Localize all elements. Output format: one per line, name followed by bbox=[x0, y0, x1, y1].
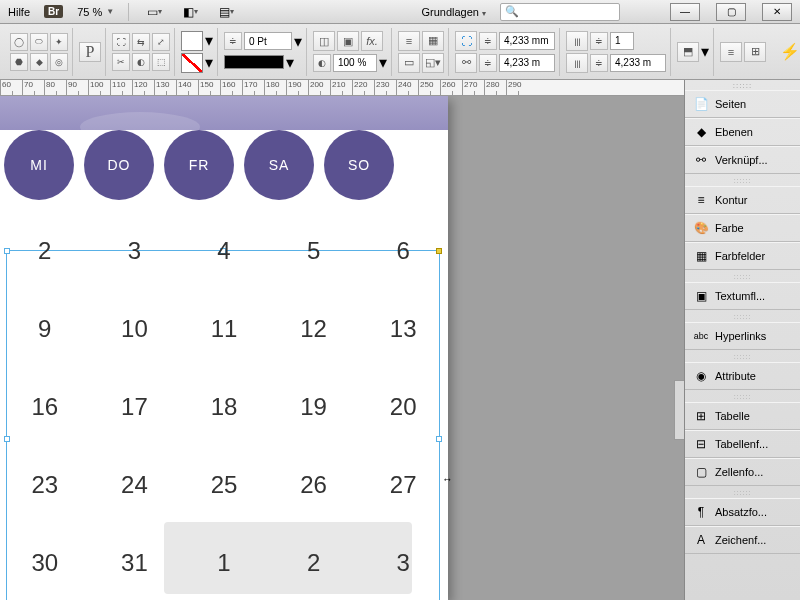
columns-icon[interactable]: ⫼ bbox=[566, 31, 588, 51]
screen-mode-button[interactable]: ▭▾ bbox=[143, 3, 165, 21]
panel-ebenen[interactable]: ◆Ebenen bbox=[685, 118, 800, 146]
tool-icon[interactable]: ⬚ bbox=[152, 53, 170, 71]
panel-attribute[interactable]: ◉Attribute bbox=[685, 362, 800, 390]
tool-icon[interactable]: ⇆ bbox=[132, 33, 150, 51]
opacity-field[interactable]: 100 % bbox=[333, 54, 377, 72]
panel-zellenformate[interactable]: ▢Zellenfo... bbox=[685, 458, 800, 486]
opacity-icon[interactable]: ◐ bbox=[313, 54, 331, 72]
frame-fitting-icon[interactable]: ⛶ bbox=[455, 31, 477, 51]
stroke-icon: ≡ bbox=[693, 192, 709, 208]
stroke-style-swatch[interactable] bbox=[224, 55, 284, 69]
tool-icon[interactable]: ⬭ bbox=[30, 33, 48, 51]
ruler-tick: 80 bbox=[44, 80, 66, 95]
quick-apply-icon[interactable]: ⚡ bbox=[774, 42, 800, 61]
panel-label: Seiten bbox=[715, 98, 746, 110]
links-icon: ⚯ bbox=[693, 152, 709, 168]
text-frame-options-icon[interactable]: ⊞ bbox=[744, 42, 766, 62]
text-wrap-icon[interactable]: ▭ bbox=[398, 53, 420, 73]
panel-label: Ebenen bbox=[715, 126, 753, 138]
panel-label: Textumfl... bbox=[715, 290, 765, 302]
workspace-switcher[interactable]: Grundlagen ▾ bbox=[421, 6, 486, 18]
panel-label: Farbfelder bbox=[715, 250, 765, 262]
dock-grip[interactable]: :::::: bbox=[685, 80, 800, 90]
ruler-tick: 290 bbox=[506, 80, 528, 95]
swatches-icon: ▦ bbox=[693, 248, 709, 264]
view-options-button[interactable]: ▤▾ bbox=[215, 3, 237, 21]
zoom-dropdown[interactable]: 75 % ▼ bbox=[77, 6, 114, 18]
height-field[interactable]: 4,233 m bbox=[499, 54, 555, 72]
panel-hyperlinks[interactable]: abcHyperlinks bbox=[685, 322, 800, 350]
horizontal-ruler[interactable]: 6070809010011012013014015016017018019020… bbox=[0, 80, 800, 96]
search-input[interactable]: 🔍 bbox=[500, 3, 620, 21]
calendar-cell: 3 bbox=[90, 212, 180, 290]
stroke-weight-stepper[interactable]: ≑ bbox=[224, 32, 242, 50]
columns-stepper[interactable]: ≑ bbox=[590, 32, 608, 50]
calendar-cell: 17 bbox=[90, 368, 180, 446]
table-styles-icon: ⊟ bbox=[693, 436, 709, 452]
corner-options-icon[interactable]: ◱▾ bbox=[422, 53, 444, 73]
tool-icon[interactable]: ◆ bbox=[30, 53, 48, 71]
text-wrap-icon[interactable]: ▦ bbox=[422, 31, 444, 51]
columns-field[interactable]: 1 bbox=[610, 32, 634, 50]
stroke-swatch[interactable] bbox=[181, 53, 203, 73]
tool-icon[interactable]: ⬣ bbox=[10, 53, 28, 71]
maximize-button[interactable]: ▢ bbox=[716, 3, 746, 21]
drop-shadow-icon[interactable]: ▣ bbox=[337, 31, 359, 51]
text-wrap-icon: ▣ bbox=[693, 288, 709, 304]
minimize-button[interactable]: — bbox=[670, 3, 700, 21]
gutter-stepper[interactable]: ≑ bbox=[590, 54, 608, 72]
tool-icon[interactable]: ◐ bbox=[132, 53, 150, 71]
panel-farbe[interactable]: 🎨Farbe bbox=[685, 214, 800, 242]
close-button[interactable]: ✕ bbox=[762, 3, 792, 21]
panel-farbfelder[interactable]: ▦Farbfelder bbox=[685, 242, 800, 270]
width-stepper[interactable]: ≑ bbox=[479, 32, 497, 50]
calendar-cell: 11 bbox=[179, 290, 269, 368]
panel-tabellenformate[interactable]: ⊟Tabellenf... bbox=[685, 430, 800, 458]
dock-separator: :::::: bbox=[685, 390, 800, 402]
bridge-button[interactable]: Br bbox=[44, 5, 63, 18]
dock-collapse-tab[interactable] bbox=[674, 380, 684, 440]
panel-kontur[interactable]: ≡Kontur bbox=[685, 186, 800, 214]
character-panel-icon[interactable]: P bbox=[79, 42, 101, 62]
effects-icon[interactable]: ◫ bbox=[313, 31, 335, 51]
panel-label: Farbe bbox=[715, 222, 744, 234]
help-menu[interactable]: Hilfe bbox=[8, 6, 30, 18]
panel-zeichenformate[interactable]: AZeichenf... bbox=[685, 526, 800, 554]
calendar-grid: 2345691011121316171819202324252627303112… bbox=[0, 212, 448, 600]
tool-icon[interactable]: ✂ bbox=[112, 53, 130, 71]
text-wrap-icon[interactable]: ≡ bbox=[398, 31, 420, 51]
ruler-tick: 70 bbox=[22, 80, 44, 95]
ruler-tick: 170 bbox=[242, 80, 264, 95]
link-icon[interactable]: ⚯ bbox=[455, 53, 477, 73]
width-field[interactable]: 4,233 mm bbox=[499, 32, 555, 50]
panel-verknuepfungen[interactable]: ⚯Verknüpf... bbox=[685, 146, 800, 174]
tool-icon[interactable]: ⤢ bbox=[152, 33, 170, 51]
calendar-cell: 23 bbox=[0, 446, 90, 524]
ruler-tick: 120 bbox=[132, 80, 154, 95]
tool-icon[interactable]: ◯ bbox=[10, 33, 28, 51]
tool-icon[interactable]: ✦ bbox=[50, 33, 68, 51]
panel-seiten[interactable]: 📄Seiten bbox=[685, 90, 800, 118]
dock-separator: :::::: bbox=[685, 350, 800, 362]
panel-tabelle[interactable]: ⊞Tabelle bbox=[685, 402, 800, 430]
tool-icon[interactable]: ⛶ bbox=[112, 33, 130, 51]
panel-textumfluss[interactable]: ▣Textumfl... bbox=[685, 282, 800, 310]
calendar-cell: 13 bbox=[358, 290, 448, 368]
document-area: MIDOFRSASO 23456910111213161718192023242… bbox=[0, 96, 684, 600]
paragraph-styles-icon: ¶ bbox=[693, 504, 709, 520]
ruler-tick: 140 bbox=[176, 80, 198, 95]
baseline-grid-icon[interactable]: ≡ bbox=[720, 42, 742, 62]
weekday-row: MIDOFRSASO bbox=[0, 130, 448, 212]
gutter-field[interactable]: 4,233 m bbox=[610, 54, 666, 72]
panel-absatzformate[interactable]: ¶Absatzfo... bbox=[685, 498, 800, 526]
balance-columns-icon[interactable]: ⫼ bbox=[566, 53, 588, 73]
align-top-icon[interactable]: ⬒ bbox=[677, 42, 699, 62]
arrange-button[interactable]: ◧▾ bbox=[179, 3, 201, 21]
ruler-tick: 240 bbox=[396, 80, 418, 95]
fill-swatch[interactable] bbox=[181, 31, 203, 51]
page-canvas[interactable]: MIDOFRSASO 23456910111213161718192023242… bbox=[0, 96, 448, 600]
stroke-weight-field[interactable]: 0 Pt bbox=[244, 32, 292, 50]
tool-icon[interactable]: ◎ bbox=[50, 53, 68, 71]
fx-icon[interactable]: fx. bbox=[361, 31, 383, 51]
height-stepper[interactable]: ≑ bbox=[479, 54, 497, 72]
